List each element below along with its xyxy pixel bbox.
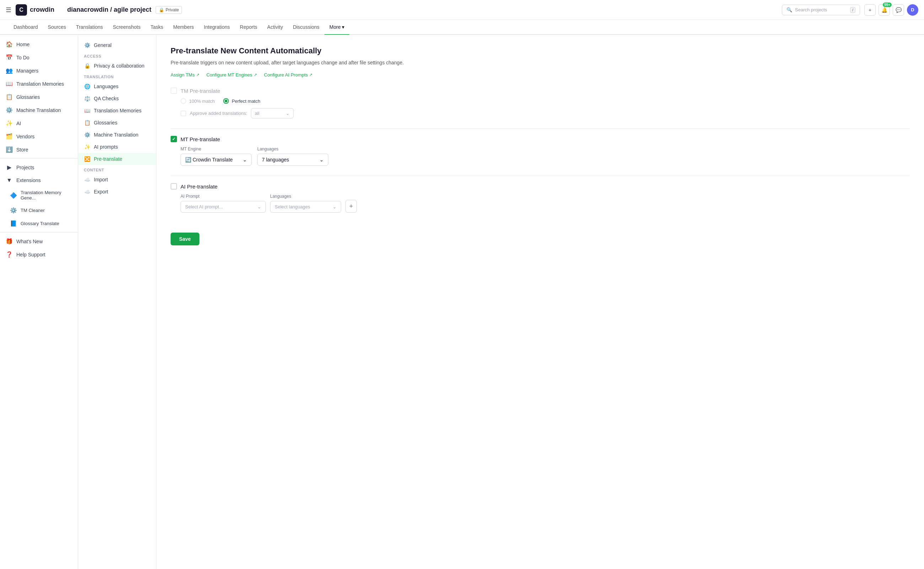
sidebar-item-home[interactable]: 🏠 Home	[0, 38, 78, 51]
ai-prompt-row: AI Prompt Select AI prompt... ⌄ Language…	[181, 194, 910, 213]
approve-checkbox[interactable]	[181, 111, 186, 116]
tab-sources[interactable]: Sources	[43, 20, 71, 35]
settings-item-ai-prompts[interactable]: ✨ AI prompts	[78, 141, 156, 153]
settings-item-import[interactable]: ☁️ Import	[78, 173, 156, 186]
tab-translations[interactable]: Translations	[71, 20, 108, 35]
ai-icon: ✨	[6, 120, 13, 126]
tm-radio-group: 100% match Perfect match	[181, 98, 910, 104]
mt-pretranslate-checkbox[interactable]	[171, 136, 177, 142]
ai-languages-select[interactable]: Select languages ⌄	[270, 201, 341, 213]
project-title: dianacrowdin / agile project	[67, 6, 152, 14]
settings-item-glossaries[interactable]: 📋 Glossaries	[78, 117, 156, 129]
configure-mt-engines-link[interactable]: Configure MT Engines ↗	[206, 72, 257, 78]
tm-perfect-match-label: Perfect match	[232, 99, 260, 104]
settings-item-privacy[interactable]: 🔒 Privacy & collaboration	[78, 60, 156, 72]
tab-discussions[interactable]: Discussions	[288, 20, 325, 35]
messages-button[interactable]: 💬	[893, 4, 904, 16]
chevron-down-icon: ⌄	[243, 157, 247, 163]
general-icon: ⚙️	[84, 42, 90, 48]
links-row: Assign TMs ↗ Configure MT Engines ↗ Conf…	[171, 72, 910, 78]
chevron-down-icon: ⌄	[257, 204, 261, 210]
mt-engine-col: MT Engine 🔄 Crowdin Translate ⌄	[181, 146, 252, 166]
sidebar-item-managers[interactable]: 👥 Managers	[0, 64, 78, 77]
ai-pretranslate-label: AI Pre-translate	[181, 184, 217, 190]
glossary-translate-icon: 📘	[10, 220, 17, 227]
tm-radio-perfect-match-btn[interactable]	[223, 98, 229, 104]
ai-prompt-select[interactable]: Select AI prompt... ⌄	[181, 201, 266, 213]
save-button[interactable]: Save	[171, 233, 199, 245]
extensions-icon: ▼	[6, 177, 13, 184]
hamburger-icon[interactable]: ☰	[6, 6, 11, 14]
tm-100-match-label: 100% match	[189, 99, 215, 104]
sidebar-item-store[interactable]: ⬇️ Store	[0, 143, 78, 156]
avatar[interactable]: D	[907, 4, 918, 16]
tab-more[interactable]: More ▾	[325, 20, 349, 35]
add-language-button[interactable]: +	[346, 200, 357, 213]
sidebar-item-tm-generator[interactable]: 🔷 Translation Memory Gene...	[0, 187, 78, 204]
sidebar-item-projects[interactable]: ▶ Projects	[0, 161, 78, 174]
logo-icon: C	[16, 4, 27, 16]
tm-gen-icon: 🔷	[10, 192, 17, 199]
sidebar-item-glossaries[interactable]: 📋 Glossaries	[0, 90, 78, 103]
mt-pretranslate-label: MT Pre-translate	[181, 136, 220, 142]
notifications-button[interactable]: 🔔 99+	[878, 4, 890, 16]
mt-engine-select[interactable]: 🔄 Crowdin Translate ⌄	[181, 154, 252, 166]
page-title: Pre-translate New Content Automatically	[171, 46, 910, 55]
tab-screenshots[interactable]: Screenshots	[108, 20, 146, 35]
whats-new-icon: 🎁	[6, 238, 13, 245]
sidebar-item-help-support[interactable]: ❓ Help Support	[0, 248, 78, 261]
add-button[interactable]: +	[864, 4, 875, 16]
sidebar-item-extensions[interactable]: ▼ Extensions	[0, 174, 78, 187]
settings-item-general[interactable]: ⚙️ General	[78, 39, 156, 51]
tab-dashboard[interactable]: Dashboard	[9, 20, 43, 35]
export-icon: ☁️	[84, 189, 90, 195]
settings-item-languages[interactable]: 🌐 Languages	[78, 81, 156, 93]
sidebar-item-translation-memories[interactable]: 📖 Translation Memories	[0, 77, 78, 90]
approve-select[interactable]: all ⌄	[251, 108, 294, 119]
tab-tasks[interactable]: Tasks	[146, 20, 168, 35]
external-link-icon-3: ↗	[309, 73, 313, 77]
sidebar-item-machine-translation[interactable]: ⚙️ Machine Translation	[0, 103, 78, 117]
settings-item-translation-memories[interactable]: 📖 Translation Memories	[78, 105, 156, 117]
ai-languages-col-label: Languages	[270, 194, 341, 199]
sidebar-item-glossary-translate[interactable]: 📘 Glossary Translate	[0, 217, 78, 230]
external-link-icon: ↗	[196, 73, 199, 77]
home-icon: 🏠	[6, 41, 13, 48]
settings-item-export[interactable]: ☁️ Export	[78, 186, 156, 198]
notification-badge: 99+	[883, 3, 892, 7]
lock-icon: 🔒	[159, 8, 164, 12]
sidebar-item-whats-new[interactable]: 🎁 What's New	[0, 235, 78, 248]
ai-prompt-col-label: AI Prompt	[181, 194, 266, 199]
mt-languages-col: Languages 7 languages ⌄	[257, 146, 328, 166]
help-icon: ❓	[6, 251, 13, 258]
tab-activity[interactable]: Activity	[262, 20, 288, 35]
configure-ai-prompts-link[interactable]: Configure AI Prompts ↗	[264, 72, 313, 78]
sidebar-item-ai[interactable]: ✨ AI	[0, 117, 78, 130]
tab-reports[interactable]: Reports	[235, 20, 262, 35]
external-link-icon-2: ↗	[254, 73, 257, 77]
import-icon: ☁️	[84, 177, 90, 183]
managers-icon: 👥	[6, 67, 13, 74]
chevron-down-icon: ⌄	[333, 204, 337, 210]
search-bar[interactable]: 🔍 Search projects /	[782, 5, 860, 15]
main-area: 🏠 Home 📅 To Do 👥 Managers 📖 Translation …	[0, 35, 924, 569]
trans-mem-icon: 📖	[84, 108, 90, 113]
privacy-icon: 🔒	[84, 63, 90, 68]
tm-icon: 📖	[6, 81, 13, 87]
settings-item-qa-checks[interactable]: ⚖️ QA Checks	[78, 93, 156, 105]
ai-prompt-col: AI Prompt Select AI prompt... ⌄	[181, 194, 266, 213]
tm-radio-100-match-btn[interactable]	[181, 98, 186, 104]
sidebar-item-todo[interactable]: 📅 To Do	[0, 51, 78, 64]
mt-languages-select[interactable]: 7 languages ⌄	[257, 154, 328, 166]
sidebar-item-tm-cleaner[interactable]: ⚙️ TM Cleaner	[0, 204, 78, 217]
tm-pretranslate-checkbox[interactable]	[171, 87, 177, 94]
tab-members[interactable]: Members	[168, 20, 199, 35]
assign-tms-link[interactable]: Assign TMs ↗	[171, 72, 199, 78]
tab-integrations[interactable]: Integrations	[199, 20, 235, 35]
ai-prompts-icon: ✨	[84, 144, 90, 150]
tm-pretranslate-section: TM Pre-translate 100% match Perfect matc…	[171, 87, 910, 119]
settings-item-machine-translation[interactable]: ⚙️ Machine Translation	[78, 129, 156, 141]
ai-pretranslate-checkbox[interactable]	[171, 183, 177, 190]
settings-item-pre-translate[interactable]: 🔀 Pre-translate	[78, 153, 156, 165]
sidebar-item-vendors[interactable]: 🗂️ Vendors	[0, 130, 78, 143]
